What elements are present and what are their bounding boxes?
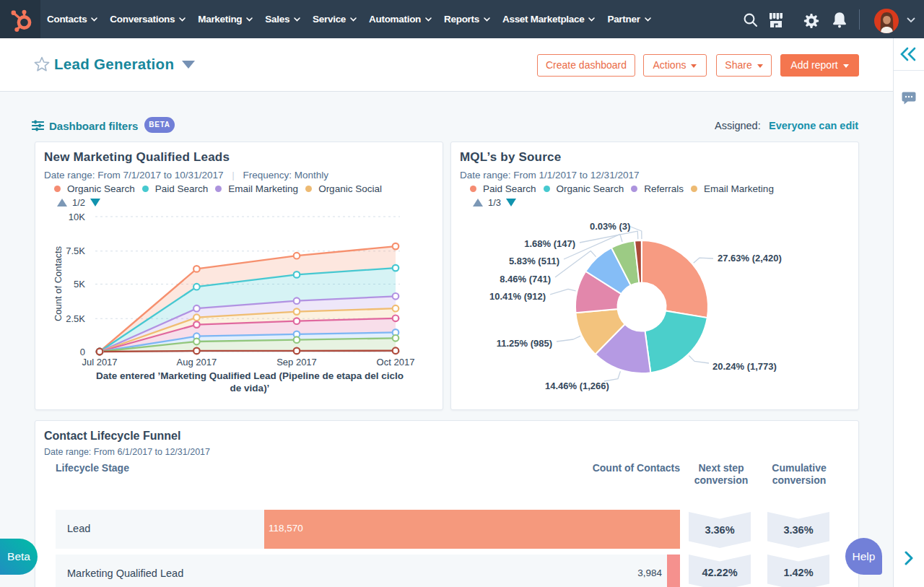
svg-text:Oct 2017: Oct 2017 <box>377 357 415 368</box>
svg-text:5.83% (511): 5.83% (511) <box>509 256 559 266</box>
svg-text:10K: 10K <box>69 212 85 222</box>
svg-text:de vida)’: de vida)’ <box>230 383 270 393</box>
svg-text:5K: 5K <box>74 279 85 290</box>
svg-text:10.41% (912): 10.41% (912) <box>489 291 546 302</box>
svg-text:1.68% (147): 1.68% (147) <box>524 238 575 249</box>
svg-text:11.25% (985): 11.25% (985) <box>497 338 552 349</box>
svg-text:Count of Contacts: Count of Contacts <box>53 245 64 321</box>
svg-text:Aug 2017: Aug 2017 <box>177 357 217 368</box>
svg-text:2.5K: 2.5K <box>66 313 85 324</box>
svg-text:14.46% (1,266): 14.46% (1,266) <box>545 381 609 391</box>
svg-text:Sep 2017: Sep 2017 <box>276 357 317 368</box>
svg-text:0.03% (3): 0.03% (3) <box>590 221 630 232</box>
svg-text:7.5K: 7.5K <box>66 245 85 256</box>
svg-text:27.63% (2,420): 27.63% (2,420) <box>718 253 782 264</box>
svg-text:0: 0 <box>80 347 85 357</box>
svg-text:Date entered ’Marketing Qualif: Date entered ’Marketing Qualified Lead (… <box>96 370 404 381</box>
svg-text:8.46% (741): 8.46% (741) <box>500 274 551 284</box>
svg-text:Jul 2017: Jul 2017 <box>82 357 117 368</box>
svg-text:20.24% (1,773): 20.24% (1,773) <box>712 361 777 372</box>
